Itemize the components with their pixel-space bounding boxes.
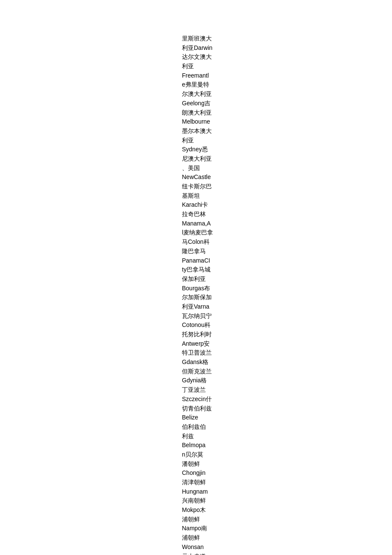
list-item: Bourgas布 [182,284,392,293]
list-item: l麦纳麦巴拿 [182,228,392,237]
list-item: 基斯坦 [182,191,392,201]
list-item: 托努比利时 [182,330,392,339]
list-item: Mokpo木 [182,506,392,515]
list-item: Sydney悉 [182,145,392,154]
list-item: 特卫普波兰 [182,348,392,358]
list-item: 保加利亚 [182,275,392,284]
list-item: Manama,A [182,219,392,228]
list-item: Belmopa [182,441,392,450]
list-item: Melbourne [182,117,392,127]
list-item: 尔澳大利亚 [182,90,392,99]
list-item: 达尔文澳大 [182,52,392,62]
list-item: Geelong吉 [182,99,392,108]
list-item: 马Colon科 [182,237,392,247]
list-item: 瓦尔纳贝宁 [182,312,392,321]
list-item: Karachi卡 [182,200,392,210]
list-item: 元山赤道 [182,552,392,555]
list-item: 尼澳大利亚 [182,154,392,164]
list-item: 利亚Varna [182,302,392,312]
list-item: 、美国 [182,164,392,173]
list-item: 但斯克波兰 [182,367,392,376]
list-item: Cotonou科 [182,321,392,330]
list-item: n贝尔莫 [182,450,392,460]
list-item: Freemantl [182,71,392,81]
list-item: Gdynia格 [182,376,392,385]
list-item: 切青伯利兹 [182,404,392,413]
list-item: 清津朝鲜 [182,478,392,487]
list-item: Antwerp安 [182,339,392,349]
list-item: NewCastle [182,173,392,182]
list-item: 朗澳大利亚 [182,108,392,118]
list-item: PanamaCI [182,256,392,266]
list-item: 丁亚波兰 [182,385,392,395]
list-item: e弗里曼特 [182,80,392,90]
list-item: 潘朝鲜 [182,460,392,469]
list-item: 隆巴拿马 [182,247,392,256]
list-item: ty巴拿马城 [182,265,392,275]
list-item: 伯利兹伯 [182,422,392,432]
list-item: 兴南朝鲜 [182,496,392,506]
list-item: 墨尔本澳大 [182,127,392,136]
list-item: Belize [182,413,392,422]
list-item: Wonsan [182,543,392,552]
list-item: Szczecin什 [182,395,392,404]
main-content: 里斯班澳大利亚Darwin达尔文澳大利亚Freemantle弗里曼特尔澳大利亚G… [0,0,392,555]
list-item: 浦朝鲜 [182,515,392,524]
list-item: Chongjin [182,468,392,478]
list-item: 利兹 [182,432,392,441]
list-item: 尔加斯保加 [182,293,392,302]
list-item: Gdansk格 [182,358,392,367]
list-item: Hungnam [182,487,392,497]
list-item: 拉奇巴林 [182,210,392,219]
list-item: 利亚Darwin [182,43,392,53]
list-item: 利亚 [182,62,392,71]
list-item: 里斯班澳大 [182,34,392,43]
list-item: 利亚 [182,136,392,145]
list-item: 纽卡斯尔巴 [182,182,392,191]
list-item: Nampo南 [182,524,392,533]
list-item: 浦朝鲜 [182,533,392,543]
